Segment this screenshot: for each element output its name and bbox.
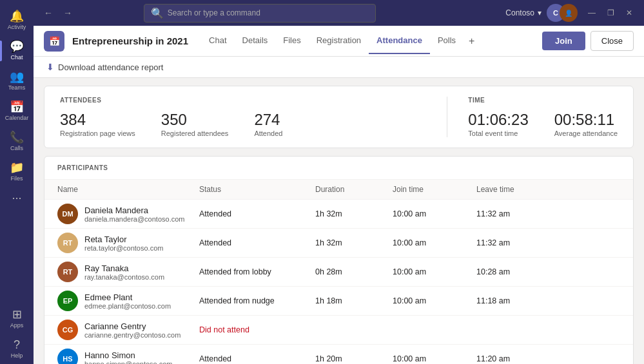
participant-name: Edmee Plant — [84, 292, 171, 302]
tab-files[interactable]: Files — [275, 28, 308, 54]
stat-registered: 350 Registered attendees — [161, 111, 229, 137]
participant-duration: 1h 32m — [315, 238, 393, 247]
participant-duration: 0h 28m — [315, 267, 393, 276]
files-icon: 📁 — [10, 162, 24, 173]
search-bar[interactable]: 🔍 — [144, 4, 376, 23]
table-row[interactable]: RT Reta Taylor reta.taylor@contoso.com A… — [44, 229, 633, 258]
avatar: HS — [57, 349, 78, 364]
download-bar[interactable]: ⬇ Download attendance report — [34, 57, 644, 78]
participant-leave-time: 11:20 am — [476, 354, 560, 363]
activity-icon: 🔔 — [10, 10, 24, 22]
topbar-nav: ← → — [40, 6, 76, 19]
nav-back-button[interactable]: ← — [40, 6, 57, 19]
nav-forward-button[interactable]: → — [59, 6, 76, 19]
teams-icon: 👥 — [10, 71, 24, 82]
participant-text: Reta Taylor reta.taylor@contoso.com — [84, 235, 163, 252]
restore-button[interactable]: ❐ — [602, 6, 620, 20]
calls-icon: 📞 — [10, 131, 24, 143]
participant-info: RT Reta Taylor reta.taylor@contoso.com — [57, 233, 199, 253]
chevron-down-icon: ▾ — [538, 8, 542, 17]
sidebar-item-calendar[interactable]: 📅 Calendar — [0, 96, 34, 126]
stats-section: ATTENDEES 384 Registration page views 35… — [44, 86, 634, 148]
tab-chat[interactable]: Chat — [201, 28, 234, 54]
participant-status: Attended — [199, 354, 315, 363]
participant-duration: 1h 32m — [315, 209, 393, 218]
sidebar-item-teams[interactable]: 👥 Teams — [0, 66, 34, 96]
participant-status: Attended — [199, 209, 315, 218]
participant-email: daniela.mandera@contoso.com — [84, 215, 184, 223]
avatar-photo: 👤 — [560, 4, 578, 22]
download-label: Download attendance report — [58, 62, 163, 72]
stats-divider — [447, 97, 447, 137]
participant-info: EP Edmee Plant edmee.plant@contoso.com — [57, 291, 199, 311]
meeting-header: 📅 Entrepreneurship in 2021 Chat Details … — [34, 26, 644, 57]
participant-leave-time: 11:18 am — [476, 296, 560, 305]
sidebar-item-more[interactable]: ··· — [0, 187, 34, 209]
sidebar: 🔔 Activity 💬 Chat 👥 Teams 📅 Calendar 📞 C… — [0, 0, 34, 364]
minimize-button[interactable]: — — [583, 6, 601, 20]
close-window-button[interactable]: ✕ — [621, 6, 638, 20]
user-info[interactable]: Contoso ▾ — [505, 8, 542, 17]
sidebar-item-apps[interactable]: ⊞ Apps — [0, 303, 34, 334]
participant-info: HS Hanno Simon hanno.simon@contoso.com — [57, 349, 199, 364]
participant-join-time: 10:00 am — [393, 209, 476, 218]
time-value: 00:58:11 — [554, 111, 618, 128]
participant-leave-time: 11:32 am — [476, 238, 560, 247]
close-meeting-button[interactable]: Close — [590, 31, 634, 51]
download-icon: ⬇ — [46, 62, 54, 72]
participant-name: Daniela Mandera — [84, 206, 184, 215]
attendees-label: ATTENDEES — [60, 97, 426, 104]
content-area: ⬇ Download attendance report ATTENDEES 3… — [34, 57, 644, 364]
table-row[interactable]: HS Hanno Simon hanno.simon@contoso.com A… — [44, 345, 633, 364]
sidebar-item-activity[interactable]: 🔔 Activity — [0, 5, 34, 35]
attendees-stats: ATTENDEES 384 Registration page views 35… — [60, 97, 426, 137]
participant-text: Daniela Mandera daniela.mandera@contoso.… — [84, 206, 184, 223]
participant-email: hanno.simon@contoso.com — [84, 360, 173, 364]
avatar: RT — [57, 233, 78, 253]
tab-details[interactable]: Details — [235, 28, 276, 54]
participant-duration: 1h 18m — [315, 296, 393, 305]
tab-polls[interactable]: Polls — [430, 28, 463, 54]
participant-name: Ray Tanaka — [84, 263, 164, 273]
col-leave-time: Leave time — [476, 185, 560, 194]
search-input[interactable] — [168, 8, 369, 17]
col-name: Name — [57, 185, 199, 194]
topbar: ← → 🔍 Contoso ▾ C 👤 — ❐ ✕ — [34, 0, 644, 26]
table-row[interactable]: DM Daniela Mandera daniela.mandera@conto… — [44, 200, 633, 229]
sidebar-item-calls[interactable]: 📞 Calls — [0, 126, 34, 157]
participant-name: Hanno Simon — [84, 350, 173, 360]
join-button[interactable]: Join — [542, 32, 585, 50]
participant-status: Attended from lobby — [199, 267, 315, 276]
tab-attendance[interactable]: Attendance — [369, 28, 430, 54]
sidebar-item-chat[interactable]: 💬 Chat — [0, 35, 34, 66]
add-tab-button[interactable]: + — [463, 28, 480, 55]
window-controls: — ❐ ✕ — [583, 6, 638, 20]
participant-leave-time: 11:32 am — [476, 209, 560, 218]
search-icon: 🔍 — [151, 7, 164, 19]
participant-text: Carianne Gentry carianne.gentry@contoso.… — [84, 321, 181, 339]
stat-registration-views: 384 Registration page views — [60, 111, 135, 137]
sidebar-item-help[interactable]: ? Help — [0, 334, 34, 364]
tab-registration[interactable]: Registration — [309, 28, 369, 54]
participants-table: DM Daniela Mandera daniela.mandera@conto… — [44, 200, 633, 364]
stat-attended: 274 Attended — [254, 111, 282, 137]
avatar: CG — [57, 320, 78, 340]
participants-section: PARTICIPANTS Name Status Duration Join t… — [44, 156, 634, 364]
sidebar-item-files[interactable]: 📁 Files — [0, 157, 34, 187]
participant-name: Reta Taylor — [84, 235, 163, 244]
participant-leave-time: 10:28 am — [476, 267, 560, 276]
stat-desc: Attended — [254, 129, 282, 137]
more-icon: ··· — [12, 192, 21, 204]
stat-total-time: 01:06:23 Total event time — [468, 111, 528, 137]
participant-text: Ray Tanaka ray.tanaka@contoso.com — [84, 263, 164, 281]
stat-avg-attendance: 00:58:11 Average attendance — [554, 111, 618, 137]
time-desc: Total event time — [468, 129, 528, 137]
table-row[interactable]: EP Edmee Plant edmee.plant@contoso.com A… — [44, 287, 633, 316]
stat-desc: Registration page views — [60, 129, 135, 137]
participant-email: carianne.gentry@contoso.com — [84, 331, 181, 339]
table-row[interactable]: RT Ray Tanaka ray.tanaka@contoso.com Att… — [44, 258, 633, 287]
participant-info: RT Ray Tanaka ray.tanaka@contoso.com — [57, 262, 199, 282]
main-content: ← → 🔍 Contoso ▾ C 👤 — ❐ ✕ 📅 Entrepren — [34, 0, 644, 364]
meeting-icon: 📅 — [44, 31, 64, 52]
table-row[interactable]: CG Carianne Gentry carianne.gentry@conto… — [44, 316, 633, 345]
